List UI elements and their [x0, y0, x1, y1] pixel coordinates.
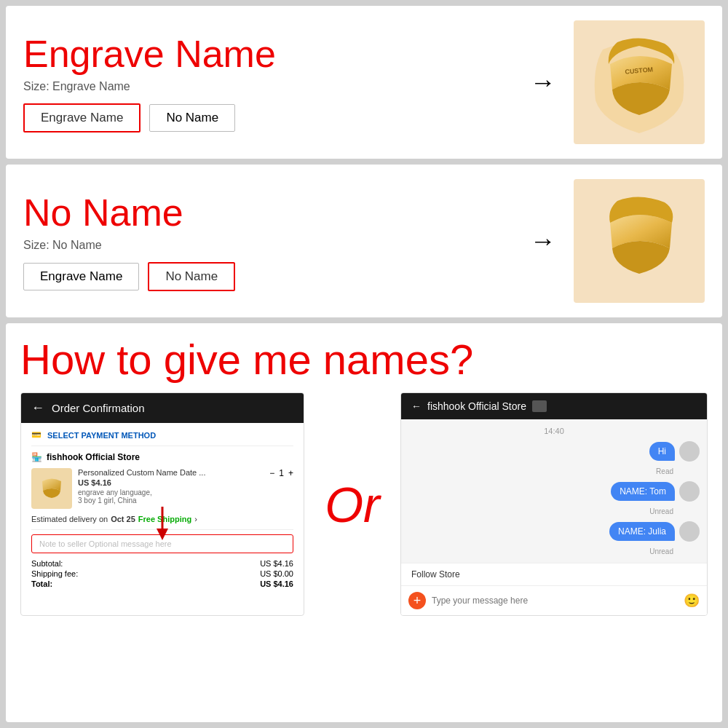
- qty-minus[interactable]: −: [269, 468, 274, 478]
- delivery-chevron[interactable]: ›: [194, 515, 197, 523]
- follow-store-row: Follow Store: [401, 563, 707, 585]
- payment-icon: 💳: [31, 430, 41, 440]
- qty-plus[interactable]: +: [288, 468, 293, 478]
- chat-status-hi: Read: [408, 467, 673, 475]
- store-icon-badge: [532, 400, 547, 412]
- panel1-subtitle-label: Size:: [23, 80, 50, 92]
- svg-marker-2: [157, 529, 168, 540]
- chat-time: 14:40: [408, 427, 700, 435]
- shipping-fee-value: US $0.00: [260, 569, 293, 578]
- panel1-btn-row: Engrave Name No Name: [23, 103, 513, 132]
- store-icon: 🏪: [31, 452, 42, 462]
- chat-add-button[interactable]: +: [408, 592, 426, 609]
- chat-bubble-hi: Hi: [649, 442, 675, 461]
- product-price: US $4.16: [78, 478, 264, 487]
- engrave-name-panel: Engrave Name Size: Engrave Name Engrave …: [6, 6, 722, 159]
- emoji-button[interactable]: 🙂: [684, 593, 700, 609]
- delivery-label: Estimated delivery on: [31, 515, 108, 523]
- chat-avatar-2: [679, 481, 700, 502]
- panel1-arrow: →: [530, 67, 556, 98]
- panel1-subtitle-value: Engrave Name: [52, 80, 130, 92]
- chat-body: 14:40 Hi Read NAME: Tom Unread: [401, 419, 707, 563]
- chat-message-input[interactable]: [432, 596, 678, 606]
- panel2-subtitle: Size: No Name: [23, 239, 513, 252]
- order-mockup: ← Order Confirmation 💳 SELECT PAYMENT ME…: [20, 392, 304, 616]
- chat-status-julia: Unread: [408, 547, 673, 555]
- product-desc: engrave any language,: [78, 488, 264, 496]
- chat-msg-hi-row: Hi: [408, 441, 700, 462]
- panel2-ring-image: [574, 179, 705, 303]
- panel2-title: No Name: [23, 191, 513, 234]
- order-header: ← Order Confirmation: [21, 393, 304, 423]
- panel1-left: Engrave Name Size: Engrave Name Engrave …: [23, 32, 513, 132]
- subtotal-value: US $4.16: [260, 559, 293, 568]
- chat-input-row[interactable]: + 🙂: [401, 585, 707, 615]
- how-to-panel: How to give me names? ← Order Confirmati…: [6, 323, 722, 722]
- bottom-title: How to give me names?: [20, 335, 473, 384]
- panel2-left: No Name Size: No Name Engrave Name No Na…: [23, 191, 513, 291]
- chat-header: ← fishhook Official Store: [401, 393, 707, 419]
- panel1-btn-noname[interactable]: No Name: [149, 104, 235, 132]
- order-back-arrow[interactable]: ←: [31, 400, 44, 416]
- panel1-ring-image: CUSTOM: [574, 20, 705, 144]
- panel1-title: Engrave Name: [23, 32, 513, 76]
- product-name: Personalized Custom Name Date ...: [78, 468, 264, 477]
- qty-row: − 1 +: [269, 468, 293, 478]
- chat-status-tom: Unread: [408, 507, 673, 515]
- chat-msg-tom-row: NAME: Tom: [408, 481, 700, 502]
- order-totals: Subtotal: US $4.16 Shipping fee: US $0.0…: [31, 559, 293, 588]
- follow-store-label: Follow Store: [411, 569, 460, 579]
- shipping-fee-row: Shipping fee: US $0.00: [31, 569, 293, 578]
- shipping-fee-label: Shipping fee:: [31, 569, 78, 578]
- store-row: 🏪 fishhook Official Store: [31, 452, 293, 462]
- product-row: Personalized Custom Name Date ... US $4.…: [31, 468, 293, 509]
- qty-value: 1: [279, 468, 284, 478]
- subtotal-label: Subtotal:: [31, 559, 63, 568]
- panel2-subtitle-value: No Name: [52, 239, 102, 251]
- delivery-date: Oct 25: [111, 515, 135, 523]
- panel2-btn-noname[interactable]: No Name: [148, 262, 235, 291]
- product-info: Personalized Custom Name Date ... US $4.…: [78, 468, 264, 505]
- chat-mockup: ← fishhook Official Store 14:40 Hi Read …: [400, 392, 708, 616]
- main-container: Engrave Name Size: Engrave Name Engrave …: [0, 0, 728, 728]
- payment-label[interactable]: SELECT PAYMENT METHOD: [47, 431, 156, 440]
- no-name-panel: No Name Size: No Name Engrave Name No Na…: [6, 165, 722, 317]
- panel2-arrow: →: [530, 226, 556, 256]
- product-desc2: 3 boy 1 girl, China: [78, 496, 264, 505]
- chat-avatar-3: [679, 521, 700, 542]
- subtotal-row: Subtotal: US $4.16: [31, 559, 293, 568]
- or-divider: Or: [316, 392, 389, 616]
- panel2-subtitle-label: Size:: [23, 239, 50, 251]
- chat-back-arrow[interactable]: ←: [411, 400, 422, 412]
- panel2-btn-row: Engrave Name No Name: [23, 262, 513, 291]
- total-row: Total: US $4.16: [31, 579, 293, 588]
- total-label: Total:: [31, 579, 52, 588]
- chat-store-name: fishhook Official Store: [427, 400, 526, 412]
- order-confirmation-title: Order Confirmation: [52, 402, 145, 414]
- chat-bubble-julia: NAME: Julia: [609, 522, 675, 541]
- red-down-arrow: [155, 507, 170, 540]
- chat-avatar-1: [679, 441, 700, 462]
- product-thumbnail: [31, 468, 72, 509]
- chat-msg-julia-row: NAME: Julia: [408, 521, 700, 542]
- panel1-btn-engrave[interactable]: Engrave Name: [23, 103, 141, 132]
- panel2-btn-engrave[interactable]: Engrave Name: [23, 263, 139, 290]
- order-body: 💳 SELECT PAYMENT METHOD 🏪 fishhook Offic…: [21, 423, 304, 597]
- payment-row: 💳 SELECT PAYMENT METHOD: [31, 430, 293, 446]
- bottom-content: ← Order Confirmation 💳 SELECT PAYMENT ME…: [20, 392, 708, 616]
- note-container: Note to seller Optional message here: [31, 534, 293, 553]
- chat-bubble-tom: NAME: Tom: [611, 482, 675, 501]
- store-name: fishhook Official Store: [47, 452, 140, 462]
- panel1-subtitle: Size: Engrave Name: [23, 80, 513, 93]
- total-value: US $4.16: [260, 579, 293, 588]
